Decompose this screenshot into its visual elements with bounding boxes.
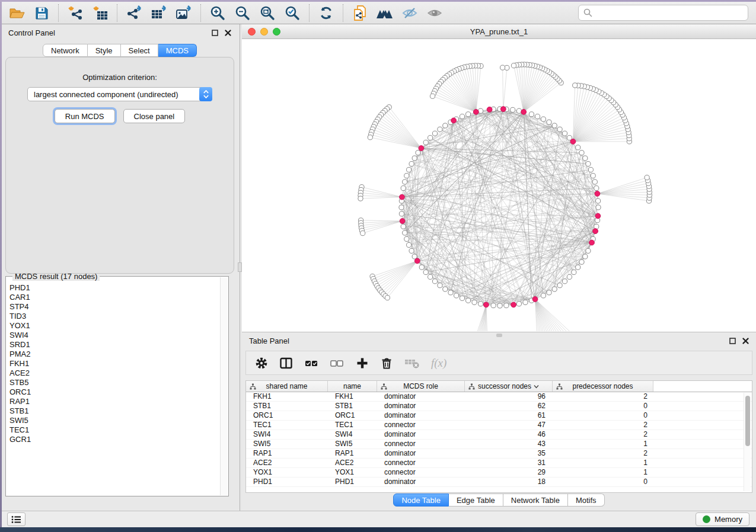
mcds-graph-node[interactable] — [484, 302, 489, 307]
table-row[interactable]: ORC1ORC1dominator610 — [246, 411, 752, 421]
graph-node[interactable] — [596, 205, 601, 210]
new-network-from-selection-icon[interactable] — [350, 5, 369, 21]
table-cell[interactable]: 31 — [465, 459, 553, 467]
table-settings-icon[interactable] — [255, 357, 268, 370]
table-scrollbar[interactable] — [744, 393, 751, 491]
graph-node[interactable] — [573, 83, 578, 88]
graph-node[interactable] — [567, 274, 572, 279]
graph-node[interactable] — [579, 150, 584, 155]
table-cell[interactable]: dominator — [377, 449, 465, 458]
tab-network-table[interactable]: Network Table — [503, 493, 568, 507]
table-cell[interactable]: 0 — [553, 411, 653, 420]
table-cell[interactable]: 61 — [465, 411, 553, 420]
graph-node[interactable] — [403, 230, 407, 235]
graph-node[interactable] — [419, 265, 424, 270]
mcds-graph-node[interactable] — [400, 219, 405, 224]
graph-node[interactable] — [358, 196, 363, 201]
save-session-icon[interactable] — [32, 5, 51, 21]
run-mcds-button[interactable]: Run MCDS — [55, 109, 115, 123]
table-cell[interactable]: dominator — [377, 402, 465, 411]
delete-row-icon[interactable] — [380, 357, 393, 370]
zoom-in-icon[interactable] — [208, 5, 227, 21]
table-cell[interactable]: PHD1 — [246, 477, 328, 486]
mcds-result-list[interactable]: PHD1CAR1STP4TID3YOX1SWI4SRD1PMA2FKH1ACE2… — [7, 281, 219, 495]
graph-node[interactable] — [404, 174, 409, 178]
mcds-result-item[interactable]: TID3 — [9, 312, 219, 321]
optimization-criterion-select[interactable]: largest connected component (undirected) — [27, 87, 212, 101]
hide-selected-icon[interactable] — [400, 5, 419, 21]
table-cell[interactable]: 18 — [465, 477, 553, 486]
window-close-icon[interactable] — [248, 28, 256, 36]
mcds-graph-node[interactable] — [400, 194, 405, 200]
delete-table-icon[interactable] — [404, 357, 420, 369]
mcds-graph-node[interactable] — [595, 191, 600, 197]
table-cell[interactable]: ORC1 — [328, 411, 377, 420]
table-cell[interactable]: dominator — [377, 430, 465, 439]
table-cell[interactable]: RAP1 — [246, 449, 328, 458]
graph-node[interactable] — [491, 303, 496, 308]
float-table-panel-icon[interactable] — [729, 338, 736, 344]
graph-node[interactable] — [428, 136, 433, 140]
table-cell[interactable]: 1 — [553, 440, 653, 448]
mcds-graph-node[interactable] — [521, 110, 527, 115]
graph-node[interactable] — [516, 302, 521, 306]
table-row[interactable]: RAP1RAP1dominator352 — [246, 449, 752, 459]
graph-node[interactable] — [497, 303, 502, 308]
mcds-graph-node[interactable] — [532, 297, 538, 302]
mcds-result-item[interactable]: SWI4 — [9, 331, 219, 340]
graph-node[interactable] — [479, 108, 483, 113]
export-table-icon[interactable] — [149, 5, 168, 21]
column-header-shared-name[interactable]: shared name — [246, 381, 328, 392]
import-network-icon[interactable] — [66, 5, 85, 21]
table-cell[interactable]: SWI4 — [246, 430, 328, 439]
graph-node[interactable] — [454, 293, 459, 298]
table-row[interactable]: TEC1TEC1connector472 — [246, 421, 752, 430]
graph-node[interactable] — [557, 283, 562, 288]
graph-node[interactable] — [432, 279, 437, 284]
panel-splitter[interactable] — [238, 24, 242, 511]
graph-node[interactable] — [576, 265, 580, 270]
table-cell[interactable]: connector — [377, 421, 465, 430]
network-graph[interactable] — [242, 39, 755, 331]
table-cell[interactable]: dominator — [377, 392, 465, 401]
graph-node[interactable] — [591, 174, 595, 178]
table-cell[interactable]: 1 — [553, 468, 653, 477]
export-image-icon[interactable] — [174, 5, 193, 21]
graph-node[interactable] — [412, 156, 417, 161]
table-row[interactable]: YOX1YOX1connector291 — [246, 468, 752, 477]
float-panel-icon[interactable] — [212, 30, 218, 36]
close-panel-button[interactable]: Close panel — [123, 109, 186, 123]
table-cell[interactable]: FKH1 — [246, 392, 328, 401]
table-cell[interactable]: YOX1 — [328, 468, 377, 477]
table-cell[interactable]: ORC1 — [246, 411, 328, 420]
tab-network[interactable]: Network — [43, 44, 88, 57]
table-panel-grip[interactable] — [496, 334, 502, 337]
mcds-result-item[interactable]: SRD1 — [9, 340, 219, 350]
graph-node[interactable] — [523, 300, 528, 305]
open-file-icon[interactable] — [7, 5, 26, 21]
splitter-grip[interactable] — [238, 262, 242, 272]
table-cell[interactable]: SWI5 — [246, 440, 328, 448]
table-cell[interactable]: ACE2 — [246, 459, 328, 467]
table-cell[interactable]: TEC1 — [328, 421, 377, 430]
tab-select[interactable]: Select — [121, 44, 158, 57]
graph-node[interactable] — [592, 180, 597, 184]
graph-node[interactable] — [547, 120, 551, 124]
dropdown-stepper-icon[interactable] — [199, 87, 212, 101]
graph-node[interactable] — [645, 175, 649, 180]
graph-node[interactable] — [583, 156, 588, 161]
table-cell[interactable]: 29 — [465, 468, 553, 477]
graph-node[interactable] — [504, 303, 509, 308]
table-cell[interactable]: 35 — [465, 449, 553, 458]
graph-node[interactable] — [511, 63, 516, 68]
mcds-result-item[interactable]: STB1 — [9, 406, 219, 416]
graph-node[interactable] — [416, 150, 420, 155]
deselect-all-icon[interactable] — [330, 357, 344, 370]
mcds-graph-node[interactable] — [419, 146, 424, 151]
graph-node[interactable] — [576, 145, 580, 150]
mcds-result-item[interactable]: FKH1 — [9, 359, 219, 368]
mcds-result-item[interactable]: RAP1 — [9, 397, 219, 406]
graph-node[interactable] — [547, 290, 551, 295]
table-cell[interactable]: 2 — [553, 392, 653, 401]
graph-node[interactable] — [466, 298, 471, 303]
